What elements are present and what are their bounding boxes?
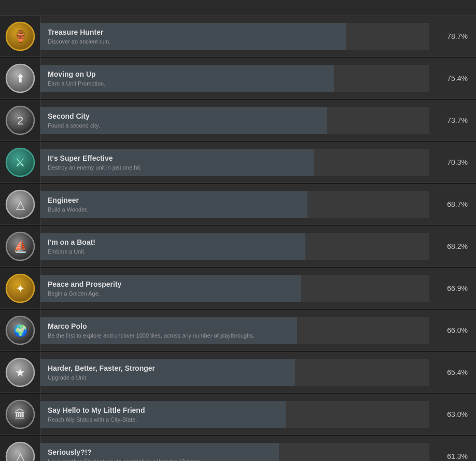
achievement-row: ⛵ I'm on a Boat! Embark a Unit. 68.2% bbox=[0, 226, 476, 267]
achievement-row: △ Engineer Build a Wonder. 68.7% bbox=[0, 184, 476, 225]
achievement-info: Moving on Up Earn a Unit Promotion. bbox=[40, 65, 429, 92]
achievement-percent: 61.3% bbox=[429, 452, 476, 460]
achievement-icon: ⬆ bbox=[0, 58, 40, 99]
achievement-name: Marco Polo bbox=[48, 322, 422, 330]
bar-fill bbox=[40, 359, 295, 386]
achievement-percent: 66.0% bbox=[429, 326, 476, 334]
achievement-name: It's Super Effective bbox=[48, 154, 422, 162]
bar-fill bbox=[40, 191, 307, 218]
achievement-name: Second City bbox=[48, 112, 422, 120]
bar-fill bbox=[40, 65, 334, 92]
achievement-row: ⬆ Moving on Up Earn a Unit Promotion. 75… bbox=[0, 58, 476, 99]
achievement-icon: 🏛 bbox=[0, 394, 40, 435]
bar-fill bbox=[40, 107, 327, 134]
achievement-row: ★ Harder, Better, Faster, Stronger Upgra… bbox=[0, 352, 476, 393]
achievement-name: Engineer bbox=[48, 196, 422, 204]
header bbox=[0, 0, 476, 16]
achievement-icon: 🏺 bbox=[0, 16, 40, 57]
achievement-percent: 68.7% bbox=[429, 200, 476, 208]
svg-text:△: △ bbox=[16, 450, 24, 461]
achievement-row: ✦ Peace and Prosperity Begin a Golden Ag… bbox=[0, 268, 476, 309]
achievement-description: Discover an ancient ruin. bbox=[48, 38, 422, 45]
achievement-row: △ Seriously?!? Have another Civ beat you… bbox=[0, 436, 476, 461]
achievement-icon: 🌍 bbox=[0, 310, 40, 351]
achievement-percent: 70.3% bbox=[429, 158, 476, 166]
svg-text:🌍: 🌍 bbox=[13, 324, 27, 338]
achievement-info: Second City Found a second city. bbox=[40, 107, 429, 134]
svg-text:🏛: 🏛 bbox=[15, 408, 26, 421]
achievement-icon: ⚔ bbox=[0, 142, 40, 183]
achievement-info: Peace and Prosperity Begin a Golden Age. bbox=[40, 275, 429, 302]
achievements-list: 🏺 Treasure Hunter Discover an ancient ru… bbox=[0, 16, 476, 461]
achievement-percent: 66.9% bbox=[429, 284, 476, 292]
achievement-icon: ★ bbox=[0, 352, 40, 393]
bar-fill bbox=[40, 233, 305, 260]
achievement-info: I'm on a Boat! Embark a Unit. bbox=[40, 233, 429, 260]
achievement-description: Destroy an enemy unit in just one hit. bbox=[48, 164, 422, 171]
svg-text:✦: ✦ bbox=[16, 282, 25, 295]
achievement-description: Reach Ally Status with a City-State. bbox=[48, 416, 422, 423]
achievement-icon: ✦ bbox=[0, 268, 40, 309]
achievement-row: 🌍 Marco Polo Be the first to explore and… bbox=[0, 310, 476, 351]
achievement-name: Say Hello to My Little Friend bbox=[48, 406, 422, 414]
achievement-icon: 2 bbox=[0, 100, 40, 141]
achievement-row: 2 Second City Found a second city. 73.7% bbox=[0, 100, 476, 141]
svg-text:⛵: ⛵ bbox=[13, 240, 27, 254]
achievement-icon: ⛵ bbox=[0, 226, 40, 267]
achievement-description: Found a second city. bbox=[48, 122, 422, 129]
achievement-info: Engineer Build a Wonder. bbox=[40, 191, 429, 218]
achievement-percent: 63.0% bbox=[429, 410, 476, 418]
achievement-percent: 75.4% bbox=[429, 74, 476, 82]
bar-fill bbox=[40, 317, 297, 344]
svg-text:★: ★ bbox=[15, 366, 25, 379]
bar-fill bbox=[40, 275, 301, 302]
achievement-description: Build a Wonder. bbox=[48, 206, 422, 213]
achievement-icon: △ bbox=[0, 184, 40, 225]
achievement-name: Moving on Up bbox=[48, 70, 422, 78]
achievement-info: Say Hello to My Little Friend Reach Ally… bbox=[40, 401, 429, 428]
achievement-info: It's Super Effective Destroy an enemy un… bbox=[40, 149, 429, 176]
achievement-description: Upgrade a Unit. bbox=[48, 374, 422, 381]
achievement-name: Seriously?!? bbox=[48, 448, 422, 456]
achievement-name: I'm on a Boat! bbox=[48, 238, 422, 246]
achievement-info: Marco Polo Be the first to explore and u… bbox=[40, 317, 429, 344]
achievement-description: Have another Civ beat you to completing … bbox=[48, 458, 422, 461]
achievement-description: Be the first to explore and uncover 1000… bbox=[48, 332, 422, 339]
svg-text:△: △ bbox=[16, 198, 24, 211]
achievement-row: 🏛 Say Hello to My Little Friend Reach Al… bbox=[0, 394, 476, 435]
achievement-row: ⚔ It's Super Effective Destroy an enemy … bbox=[0, 142, 476, 183]
achievement-percent: 65.4% bbox=[429, 368, 476, 376]
achievement-info: Treasure Hunter Discover an ancient ruin… bbox=[40, 23, 429, 50]
achievement-icon: △ bbox=[0, 436, 40, 461]
svg-text:2: 2 bbox=[17, 114, 23, 127]
achievement-row: 🏺 Treasure Hunter Discover an ancient ru… bbox=[0, 16, 476, 57]
svg-text:⬆: ⬆ bbox=[16, 72, 25, 85]
achievement-info: Seriously?!? Have another Civ beat you t… bbox=[40, 443, 429, 461]
achievement-percent: 68.2% bbox=[429, 242, 476, 250]
achievement-name: Peace and Prosperity bbox=[48, 280, 422, 288]
achievement-percent: 73.7% bbox=[429, 116, 476, 124]
bar-fill bbox=[40, 23, 346, 50]
achievement-name: Harder, Better, Faster, Stronger bbox=[48, 364, 422, 372]
achievement-description: Earn a Unit Promotion. bbox=[48, 80, 422, 87]
svg-text:⚔: ⚔ bbox=[15, 156, 25, 169]
bar-fill bbox=[40, 149, 314, 176]
achievement-percent: 78.7% bbox=[429, 32, 476, 40]
bar-fill bbox=[40, 401, 286, 428]
achievement-name: Treasure Hunter bbox=[48, 28, 422, 36]
svg-text:🏺: 🏺 bbox=[13, 30, 27, 44]
achievement-description: Embark a Unit. bbox=[48, 248, 422, 255]
achievement-info: Harder, Better, Faster, Stronger Upgrade… bbox=[40, 359, 429, 386]
achievement-description: Begin a Golden Age. bbox=[48, 290, 422, 297]
